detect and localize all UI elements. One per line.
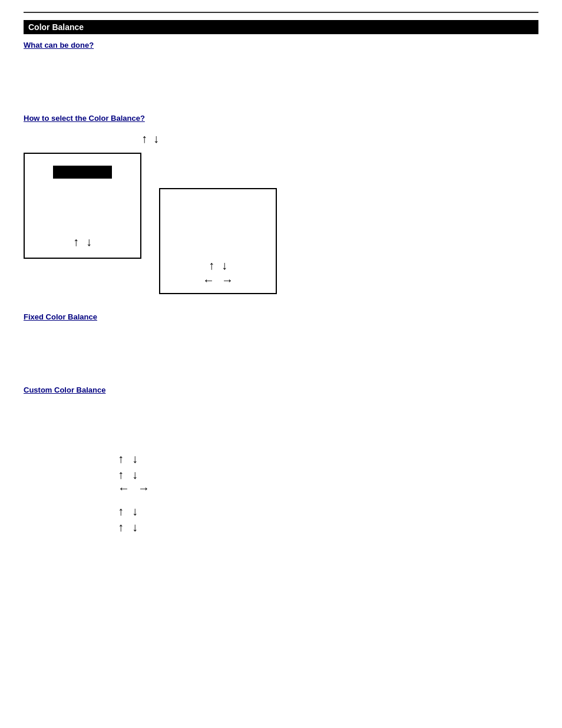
diagram-right-arrows: ↑ ↓ ← → [203, 259, 233, 287]
custom-color-balance-content [24, 405, 538, 440]
custom-up-4-icon: ↑ [118, 521, 124, 534]
custom-arrow-row-2a: ↑ ↓ [118, 468, 538, 482]
custom-arrow-row-3: ↑ ↓ [118, 505, 538, 518]
section-header: Color Balance [24, 20, 538, 34]
custom-down-3-icon: ↓ [132, 505, 138, 518]
fixed-color-balance-section: Fixed Color Balance [24, 312, 538, 367]
top-arrow-row: ↑ ↓ [24, 132, 538, 146]
custom-arrows-container: ↑ ↓ ↑ ↓ ← → ↑ ↓ ↑ [24, 452, 538, 534]
custom-arrow-row-2b: ← → [118, 482, 538, 495]
custom-up-3-icon: ↑ [118, 505, 124, 518]
diagram-right-up-down: ↑ ↓ [209, 259, 227, 272]
diagram-left-up-icon: ↑ [73, 235, 79, 249]
what-can-be-done-section: What can be done? [24, 40, 538, 95]
black-bar [53, 166, 112, 179]
diagram-right-down-icon: ↓ [222, 259, 227, 272]
custom-down-1-icon: ↓ [132, 452, 138, 466]
how-to-select-link[interactable]: How to select the Color Balance? [24, 114, 145, 123]
diagram-right-up-icon: ↑ [209, 259, 214, 272]
diagram-right-right-icon: → [222, 274, 233, 287]
spacer-1 [118, 498, 538, 502]
what-can-be-done-content [24, 60, 538, 95]
how-to-select-section: How to select the Color Balance? ↑ ↓ ↑ ↓… [24, 113, 538, 294]
diagram-right-left-right: ← → [203, 274, 233, 287]
up-arrow-icon: ↑ [141, 132, 147, 146]
custom-up-1-icon: ↑ [118, 452, 124, 466]
top-divider [24, 12, 538, 13]
page-container: Color Balance What can be done? How to s… [0, 0, 562, 728]
diagram-box-right: ↑ ↓ ← → [159, 188, 277, 294]
custom-down-2-icon: ↓ [132, 468, 138, 482]
diagram-box-left: ↑ ↓ [24, 153, 141, 259]
diagram-left-arrows: ↑ ↓ [73, 235, 92, 249]
custom-arrow-group-2: ↑ ↓ ← → [118, 468, 538, 495]
custom-color-balance-link[interactable]: Custom Color Balance [24, 386, 105, 394]
custom-down-4-icon: ↓ [132, 521, 138, 534]
custom-up-2-icon: ↑ [118, 468, 124, 482]
diagram-right-left-icon: ← [203, 274, 214, 287]
custom-right-2-icon: → [138, 482, 150, 495]
what-can-be-done-link[interactable]: What can be done? [24, 41, 94, 50]
diagram-left-down-icon: ↓ [86, 235, 92, 249]
custom-arrow-row-4: ↑ ↓ [118, 521, 538, 534]
diagrams-row: ↑ ↓ ↑ ↓ ← → [24, 153, 538, 294]
fixed-color-balance-content [24, 332, 538, 367]
down-arrow-icon: ↓ [153, 132, 159, 146]
section-header-text: Color Balance [28, 22, 84, 32]
custom-arrow-row-1: ↑ ↓ [118, 452, 538, 466]
custom-left-2-icon: ← [118, 482, 130, 495]
fixed-color-balance-link[interactable]: Fixed Color Balance [24, 312, 97, 321]
custom-color-balance-section: Custom Color Balance ↑ ↓ ↑ ↓ ← → [24, 385, 538, 534]
